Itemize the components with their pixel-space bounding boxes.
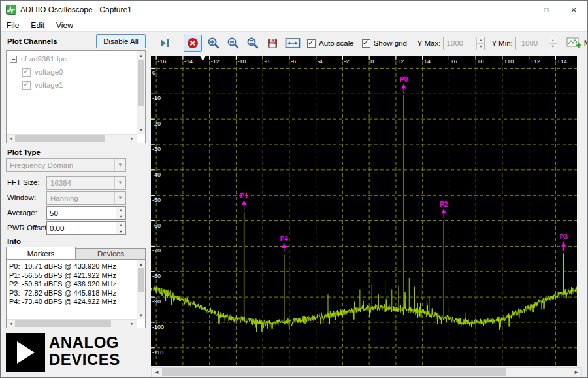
left-panel: Plot Channels Disable All cf-ad9361-lpc …	[1, 32, 150, 378]
y-min-spinner: ▲ ▼	[549, 37, 557, 50]
show-grid-checkbox[interactable]	[362, 39, 370, 48]
minimize-button[interactable]: ─	[505, 1, 532, 19]
spectrum-plot-area[interactable]: P0P1P2P3P4-16-14-12-10-8-6-4-20+2+4+6+8+…	[151, 56, 577, 366]
svg-text:-30: -30	[152, 146, 161, 152]
y-min-spinbox: ▲ ▼	[515, 37, 557, 50]
scroll-left-icon[interactable]: ◄	[7, 135, 15, 143]
scrollbar-track[interactable]	[15, 135, 128, 143]
capture-play-icon[interactable]	[157, 35, 172, 51]
scrollbar-thumb[interactable]	[138, 268, 144, 292]
voltage0-checkbox[interactable]	[22, 68, 31, 77]
spin-down-icon[interactable]: ▼	[477, 43, 484, 50]
y-max-label: Y Max:	[417, 39, 441, 47]
scrollbar-track[interactable]	[15, 320, 128, 328]
pwr-offset-input[interactable]	[47, 222, 116, 234]
stop-button[interactable]	[184, 35, 202, 52]
window-combo[interactable]: Hanning ▼	[46, 191, 126, 205]
scroll-right-icon[interactable]: ►	[128, 135, 137, 143]
maximize-button[interactable]: □	[532, 1, 560, 19]
fft-size-combo[interactable]: 16384 ▼	[46, 176, 126, 190]
menu-file[interactable]: File	[1, 20, 25, 31]
pan-view-icon[interactable]	[284, 35, 301, 51]
average-label: Average:	[7, 209, 37, 216]
chevron-down-icon[interactable]: ▼	[114, 192, 125, 204]
channel-row-voltage0[interactable]: voltage0	[7, 66, 63, 78]
spin-down-icon[interactable]: ▼	[116, 228, 125, 234]
svg-text:-6: -6	[291, 58, 296, 65]
svg-text:-16: -16	[157, 58, 166, 65]
menu-view[interactable]: View	[50, 20, 79, 31]
scrollbar-thumb[interactable]	[162, 368, 506, 376]
markers-list-content: P0: -10.71 dBFS @ 433.920 MHz P1: -56.55…	[7, 260, 145, 307]
scroll-right-icon[interactable]: ►	[571, 368, 581, 377]
disable-all-button[interactable]: Disable All	[96, 34, 146, 48]
chevron-down-icon[interactable]: ▼	[114, 159, 125, 171]
plot-type-combo[interactable]: Frequency Domain ▼	[6, 158, 126, 172]
stop-icon	[187, 37, 199, 49]
channel-tree-hscrollbar[interactable]: ◄ ►	[7, 134, 137, 143]
spin-down-icon[interactable]: ▼	[549, 43, 557, 50]
svg-text:P1: P1	[240, 192, 249, 199]
scrollbar-thumb[interactable]	[15, 320, 111, 327]
scroll-right-icon[interactable]: ►	[128, 320, 137, 328]
svg-text:0: 0	[370, 58, 374, 65]
y-max-input[interactable]	[444, 37, 476, 50]
tab-devices[interactable]: Devices	[76, 248, 146, 260]
scrollbar-track[interactable]	[162, 368, 571, 377]
spin-up-icon[interactable]: ▲	[477, 37, 484, 43]
plot-type-title: Plot Type	[7, 148, 41, 156]
plot-hscrollbar[interactable]: ◄ ►	[151, 367, 582, 377]
spin-up-icon[interactable]: ▲	[116, 222, 125, 228]
scroll-left-icon[interactable]: ◄	[152, 368, 162, 377]
new-plot-icon[interactable]	[566, 35, 582, 51]
auto-scale-group: Auto scale	[307, 39, 354, 48]
scroll-left-icon[interactable]: ◄	[7, 320, 15, 328]
scroll-up-icon[interactable]: ▲	[137, 51, 145, 60]
spectrum-plot[interactable]: P0P1P2P3P4-16-14-12-10-8-6-4-20+2+4+6+8+…	[151, 56, 577, 366]
scrollbar-track[interactable]	[137, 60, 145, 126]
svg-text:+4: +4	[424, 58, 431, 65]
spin-up-icon[interactable]: ▲	[116, 207, 125, 213]
svg-text:-12: -12	[211, 58, 220, 65]
markers-vscrollbar[interactable]: ▲ ▼	[137, 260, 145, 319]
logo-line1: ANALOG	[49, 334, 120, 351]
svg-text:-110: -110	[152, 349, 163, 356]
collapse-icon[interactable]	[10, 56, 17, 63]
markers-hscrollbar[interactable]: ◄ ►	[7, 319, 137, 328]
app-window: ADI IIO Oscilloscope - Capture1 ─ □ ✕ Fi…	[0, 0, 588, 378]
scrollbar-track[interactable]	[137, 268, 145, 311]
svg-text:0: 0	[152, 69, 155, 76]
voltage1-checkbox[interactable]	[22, 81, 31, 90]
device-row[interactable]: cf-ad9361-lpc	[7, 53, 67, 65]
show-grid-label: Show grid	[374, 39, 407, 47]
y-min-label: Y Min:	[491, 39, 512, 47]
menu-edit[interactable]: Edit	[25, 20, 50, 31]
tab-markers[interactable]: Markers	[6, 247, 76, 260]
pwr-offset-spinner: ▲ ▼	[116, 222, 125, 234]
close-button[interactable]: ✕	[560, 1, 587, 19]
auto-scale-checkbox[interactable]	[307, 39, 316, 48]
svg-text:+10: +10	[504, 58, 514, 65]
chevron-down-icon[interactable]: ▼	[114, 177, 125, 189]
markers-list: P0: -10.71 dBFS @ 433.920 MHz P1: -56.55…	[6, 259, 146, 328]
zoom-in-icon[interactable]	[206, 35, 221, 51]
spin-up-icon[interactable]: ▲	[549, 37, 557, 43]
zoom-fit-icon[interactable]	[245, 35, 261, 51]
average-spinner: ▲ ▼	[116, 207, 125, 219]
average-input[interactable]	[47, 207, 116, 219]
scrollbar-thumb[interactable]	[138, 60, 144, 106]
channel-tree-vscrollbar[interactable]: ▲ ▼	[137, 51, 145, 134]
zoom-out-icon[interactable]	[225, 35, 241, 51]
scroll-up-icon[interactable]: ▲	[137, 260, 145, 268]
channel-row-voltage1[interactable]: voltage1	[7, 79, 63, 91]
svg-text:-4: -4	[318, 58, 323, 65]
spin-down-icon[interactable]: ▼	[116, 213, 125, 219]
svg-text:-90: -90	[152, 298, 161, 305]
analog-devices-wordmark: ANALOG DEVICES	[49, 334, 120, 368]
svg-text:+6: +6	[450, 58, 457, 65]
y-min-input[interactable]	[516, 37, 549, 50]
scroll-down-icon[interactable]: ▼	[137, 126, 145, 134]
save-icon[interactable]	[265, 35, 280, 51]
scrollbar-thumb[interactable]	[15, 135, 105, 142]
scroll-down-icon[interactable]: ▼	[137, 311, 145, 319]
